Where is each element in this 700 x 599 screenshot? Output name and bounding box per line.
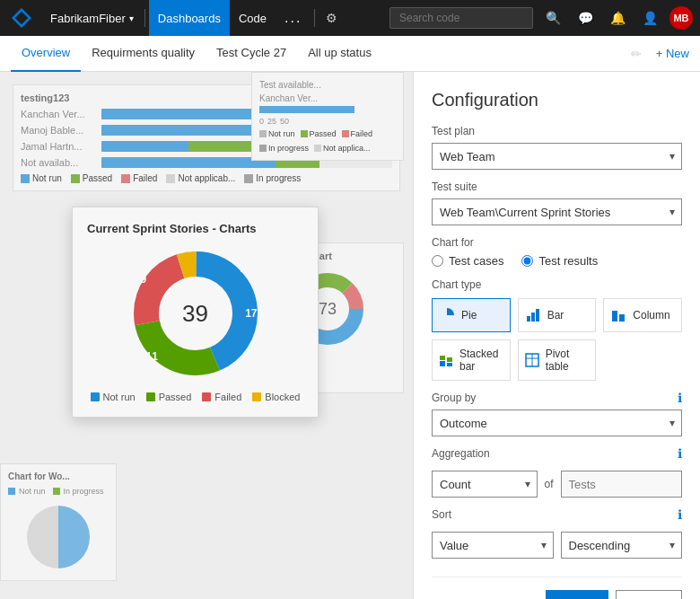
sort-info-icon[interactable]: ℹ <box>678 507 682 522</box>
label-not-run: 17 <box>245 307 257 320</box>
cancel-button[interactable]: Cancel <box>616 590 682 599</box>
chart-card: Current Sprint Stories - Charts <box>72 207 319 418</box>
pivot-table-icon <box>524 351 540 369</box>
chat-icon[interactable]: 💬 <box>573 5 598 31</box>
test-suite-label: Test suite <box>432 181 682 193</box>
column-icon <box>609 306 627 324</box>
label-passed: 11 <box>146 350 158 363</box>
nav-more[interactable]: ... <box>276 0 311 36</box>
svg-rect-14 <box>447 363 452 366</box>
test-plan-select-wrap: Web Team <box>432 143 682 170</box>
svg-rect-8 <box>531 313 535 322</box>
bg-section-2-legend: Not run Passed Failed In progress Not ap… <box>259 129 396 153</box>
tab-requirements-quality[interactable]: Requirments quality <box>81 36 206 72</box>
test-plan-select[interactable]: Web Team <box>432 143 682 170</box>
chart-type-bar[interactable]: Bar <box>518 298 597 332</box>
aggregation-select[interactable]: Count <box>432 471 538 498</box>
aggregation-row-header: Aggregation ℹ <box>432 436 682 465</box>
chart-for-radio-group: Test cases Test results <box>432 254 682 268</box>
donut-container: 2 17 11 9 39 <box>87 246 303 381</box>
group-by-select-wrap: Outcome <box>432 410 682 436</box>
org-name[interactable]: FabrikamFiber ▾ <box>43 12 141 25</box>
avatar[interactable]: MB <box>669 6 693 30</box>
sort-label: Sort <box>432 508 451 521</box>
label-failed: 9 <box>141 273 147 286</box>
bg-section-2: Test available... Kanchan Ver... 02550 N… <box>251 72 404 161</box>
chart-for-label: Chart for <box>432 236 682 249</box>
sub-nav-actions: ✏ + New <box>624 41 689 66</box>
chevron-down-icon: ▾ <box>129 13 134 23</box>
test-suite-select-wrap: Web Team\Current Sprint Stories <box>432 198 682 225</box>
background-content: testing123 Kanchan Ver... Manoj Bable... <box>0 72 413 204</box>
left-panel: testing123 Kanchan Ver... Manoj Bable... <box>0 72 413 599</box>
chart-type-column[interactable]: Column <box>603 298 682 332</box>
chart-type-pie[interactable]: Pie <box>432 298 511 332</box>
tab-test-cycle[interactable]: Test Cycle 27 <box>206 36 297 72</box>
save-button[interactable]: Save <box>546 590 608 599</box>
nav-divider <box>144 9 145 27</box>
pencil-icon[interactable]: ✏ <box>624 41 649 66</box>
sort-direction-select-wrap: Descending <box>561 532 683 559</box>
svg-rect-11 <box>619 314 625 322</box>
chart-type-grid: Pie Bar <box>432 298 682 381</box>
search-input[interactable] <box>389 7 533 29</box>
main-layout: testing123 Kanchan Ver... Manoj Bable... <box>0 72 700 599</box>
sort-value-select-wrap: Value <box>432 532 554 559</box>
configuration-panel: Configuration Test plan Web Team Test su… <box>413 72 700 599</box>
radio-test-results[interactable]: Test results <box>521 254 598 268</box>
chart-legend: Not run Passed Failed Blocked <box>87 392 303 402</box>
test-plan-label: Test plan <box>432 125 682 137</box>
logo[interactable] <box>7 4 36 32</box>
sub-nav: Overview Requirments quality Test Cycle … <box>0 36 700 72</box>
svg-rect-9 <box>536 309 539 322</box>
group-by-select[interactable]: Outcome <box>432 410 682 436</box>
donut-chart: 2 17 11 9 39 <box>128 246 263 381</box>
bg-chart-wo: Chart for Wo... Not run In progress <box>0 463 117 581</box>
nav-icons: 🔍 💬 🔔 👤 MB <box>540 5 693 31</box>
bar-icon <box>524 306 542 324</box>
tab-all-status[interactable]: All up status <box>297 36 382 72</box>
sort-row: Value Descending <box>432 532 682 559</box>
bell-icon[interactable]: 🔔 <box>605 5 630 31</box>
chart-type-pivot-table[interactable]: Pivot table <box>518 339 597 381</box>
person-icon[interactable]: 👤 <box>637 5 662 31</box>
aggregation-select-wrap: Count <box>432 471 538 498</box>
svg-rect-15 <box>447 357 452 362</box>
nav-dashboards[interactable]: Dashboards <box>149 0 230 36</box>
sort-direction-select[interactable]: Descending <box>561 532 683 559</box>
svg-rect-7 <box>527 316 530 322</box>
stacked-bar-icon <box>438 351 454 369</box>
legend-not-run: Not run <box>91 392 136 402</box>
legend-blocked: Blocked <box>252 392 300 402</box>
tab-overview[interactable]: Overview <box>11 36 81 72</box>
donut-center-value: 39 <box>182 300 208 328</box>
test-suite-select[interactable]: Web Team\Current Sprint Stories <box>432 198 682 225</box>
legend-passed: Passed <box>146 392 192 402</box>
pie-icon <box>438 306 456 324</box>
nav-divider2 <box>314 9 315 27</box>
svg-rect-12 <box>440 361 445 366</box>
aggregation-label: Aggregation <box>432 447 490 460</box>
legend-failed: Failed <box>202 392 241 402</box>
bg-legend: Not run Passed Failed Not applicab... In… <box>21 173 392 183</box>
chart-type-stacked-bar[interactable]: Stacked bar <box>432 339 511 381</box>
new-button[interactable]: + New <box>656 47 689 60</box>
label-blocked: 2 <box>241 262 247 275</box>
config-title: Configuration <box>432 90 682 110</box>
sort-value-select[interactable]: Value <box>432 532 554 559</box>
group-by-info-icon[interactable]: ℹ <box>678 391 682 405</box>
aggregation-info-icon[interactable]: ℹ <box>678 446 682 461</box>
radio-test-cases[interactable]: Test cases <box>432 254 503 268</box>
aggregation-row: Count of Tests <box>432 471 682 498</box>
nav-code[interactable]: Code <box>230 0 276 36</box>
search-icon[interactable]: 🔍 <box>540 5 565 31</box>
chart-card-title: Current Sprint Stories - Charts <box>87 222 303 235</box>
chart-type-label: Chart type <box>432 278 682 291</box>
aggregation-of: of <box>545 478 554 490</box>
action-bar: Save Cancel <box>432 577 682 599</box>
svg-rect-13 <box>440 356 445 360</box>
aggregation-tests: Tests <box>561 471 683 498</box>
settings-icon[interactable]: ⚙ <box>319 5 344 31</box>
group-by-label: Group by <box>432 392 476 404</box>
top-nav: FabrikamFiber ▾ Dashboards Code ... ⚙ 🔍 … <box>0 0 700 36</box>
